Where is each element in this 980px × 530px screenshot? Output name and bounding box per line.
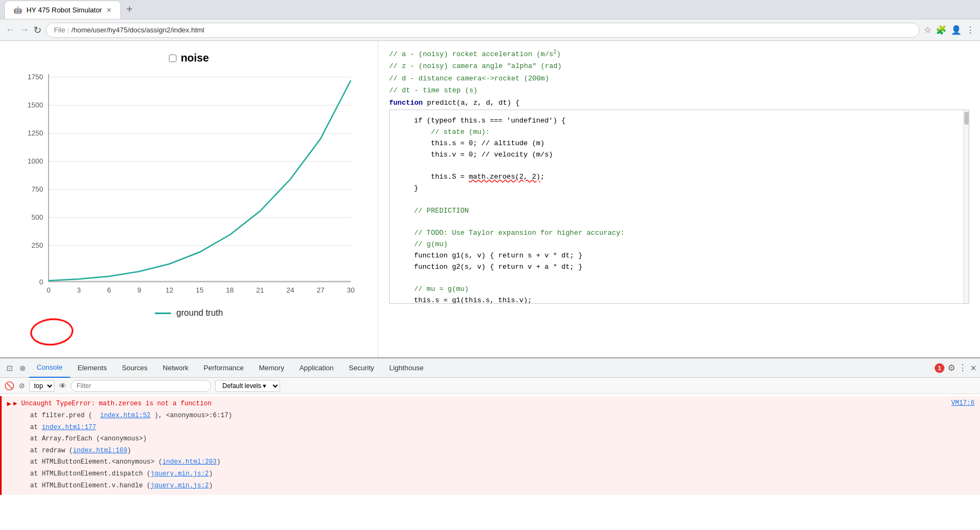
forward-button[interactable]: → — [19, 24, 29, 36]
svg-text:18: 18 — [226, 286, 234, 294]
error-location[interactable]: VM17:6 — [951, 399, 975, 407]
extensions-icon[interactable]: 🧩 — [936, 25, 947, 35]
devtools-right-icons: 1 ⚙ ⋮ ✕ — [935, 363, 977, 373]
tab-close-icon[interactable]: ✕ — [106, 6, 112, 14]
error-badge: 1 — [935, 363, 944, 373]
code-line-6: this.S = math.zeroes(2, 2); — [397, 172, 961, 183]
tab-console[interactable]: Console — [29, 358, 70, 378]
svg-text:250: 250 — [31, 241, 43, 249]
tab-application[interactable]: Application — [292, 358, 342, 378]
devtools-escape-icon[interactable]: ⊗ — [16, 363, 29, 373]
code-line-13: function g1(s, v) { return s + v * dt; } — [397, 250, 961, 262]
code-editor-box[interactable]: if (typeof this.s === 'undefined') { // … — [389, 110, 969, 304]
active-tab[interactable]: 🤖 HY 475 Robot Simulator ✕ — [4, 1, 121, 19]
svg-text:6: 6 — [107, 286, 111, 294]
code-line-11: // TODO: Use Taylor expansion for higher… — [397, 228, 961, 239]
legend-label: ground truth — [176, 308, 223, 318]
stack-link-6[interactable]: jquery.min.js:2 — [151, 482, 209, 490]
back-button[interactable]: ← — [5, 24, 15, 36]
context-select[interactable]: top — [29, 380, 55, 392]
reload-button[interactable]: ↻ — [33, 24, 42, 36]
code-line-17: this.s = g1(this.s, this.v); — [397, 295, 961, 304]
tab-memory[interactable]: Memory — [251, 358, 292, 378]
svg-text:9: 9 — [137, 286, 141, 294]
code-comment-4: // dt - time step (s) — [389, 85, 969, 97]
code-comment-1: // a - (noisy) rocket acceleration (m/s2… — [389, 47, 969, 60]
tab-elements[interactable]: Elements — [70, 358, 114, 378]
close-devtools-icon[interactable]: ✕ — [970, 364, 977, 372]
filter-icon[interactable]: ⊘ — [19, 382, 25, 390]
console-output: ▶ ▶ Uncaught TypeError: math.zeroes is n… — [0, 394, 980, 530]
svg-text:1500: 1500 — [28, 101, 43, 109]
console-toolbar: 🚫 ⊘ top 👁 Default levels ▾ — [0, 378, 980, 394]
devtools-panel: ⊡ ⊗ Console Elements Sources Network Per… — [0, 357, 980, 530]
code-line-9: // PREDICTION — [397, 206, 961, 217]
stack-link-3[interactable]: index.html:169 — [73, 447, 127, 454]
code-line-4: this.v = 0; // velocity (m/s) — [397, 150, 961, 161]
url-path: /home/user/hy475/docs/assign2/index.html — [71, 26, 204, 34]
svg-text:30: 30 — [347, 286, 355, 294]
svg-text:1250: 1250 — [28, 129, 43, 137]
code-line-1: if (typeof this.s === 'undefined') { — [397, 115, 961, 127]
code-line-10 — [397, 217, 961, 228]
code-function-decl: function predict(a, z, d, dt) { — [389, 97, 969, 110]
filter-input[interactable] — [71, 380, 211, 392]
svg-text:15: 15 — [196, 286, 203, 294]
profile-icon[interactable]: 👤 — [951, 25, 962, 35]
svg-text:0: 0 — [46, 286, 50, 294]
code-line-7: } — [397, 183, 961, 194]
stack-link-5[interactable]: jquery.min.js:2 — [151, 470, 209, 478]
clear-icon[interactable]: 🚫 — [4, 381, 15, 391]
stack-link-4[interactable]: index.html:203 — [162, 458, 217, 466]
error-expand-icon[interactable]: ▶ — [7, 399, 11, 408]
stack-line-3: at redraw (index.html:169) — [15, 445, 975, 457]
svg-text:24: 24 — [287, 286, 294, 294]
code-comment-3: // d - distance camera<->rocket (200m) — [389, 73, 969, 85]
tab-sources[interactable]: Sources — [114, 358, 155, 378]
stack-line-5: at HTMLButtonElement.dispatch (jquery.mi… — [15, 468, 975, 480]
svg-text:1000: 1000 — [28, 157, 43, 165]
code-line-12: // g(mu) — [397, 239, 961, 250]
tab-performance[interactable]: Performance — [196, 358, 251, 378]
more-options-icon[interactable]: ⋮ — [958, 363, 967, 373]
address-bar[interactable]: File | /home/user/hy475/docs/assign2/ind… — [46, 23, 920, 38]
new-tab-button[interactable]: + — [121, 1, 138, 18]
settings-icon[interactable]: ⚙ — [948, 363, 955, 373]
legend-line — [155, 312, 171, 314]
code-line-14: function g2(s, v) { return v + a * dt; } — [397, 262, 961, 273]
svg-text:27: 27 — [317, 286, 324, 294]
tab-lighthouse[interactable]: Lighthouse — [382, 358, 431, 378]
stack-line-6: at HTMLButtonElement.v.handle (jquery.mi… — [15, 480, 975, 492]
menu-icon[interactable]: ⋮ — [966, 25, 975, 35]
error-entry: ▶ ▶ Uncaught TypeError: math.zeroes is n… — [0, 396, 980, 495]
tab-security[interactable]: Security — [341, 358, 382, 378]
code-line-2: // state (mu): — [397, 127, 961, 138]
code-line-5 — [397, 161, 961, 172]
code-comment-2: // z - (noisy) camera angle "alpha" (rad… — [389, 60, 969, 72]
tab-network[interactable]: Network — [155, 358, 196, 378]
svg-text:21: 21 — [256, 286, 264, 294]
code-line-15 — [397, 273, 961, 284]
svg-text:1750: 1750 — [28, 73, 43, 81]
scrollbar-thumb[interactable] — [964, 112, 969, 125]
stack-line-1: at index.html:177 — [15, 422, 975, 434]
eye-icon[interactable]: 👁 — [59, 382, 66, 390]
devtools-sidebar-icon[interactable]: ⊡ — [3, 363, 16, 373]
svg-text:3: 3 — [77, 286, 80, 294]
code-area: // a - (noisy) rocket acceleration (m/s2… — [378, 41, 980, 357]
error-main-line: ▶ ▶ Uncaught TypeError: math.zeroes is n… — [7, 399, 975, 408]
svg-text:750: 750 — [31, 185, 43, 193]
bookmark-icon[interactable]: ☆ — [924, 25, 931, 35]
code-line-8 — [397, 194, 961, 206]
levels-select[interactable]: Default levels ▾ — [215, 380, 280, 392]
scrollbar-track[interactable] — [963, 110, 969, 303]
chart-area: noise 1750 1500 1250 1000 750 500 250 0 — [0, 41, 378, 357]
noise-label: noise — [181, 52, 209, 64]
nav-bar: ← → ↻ File | /home/user/hy475/docs/assig… — [0, 19, 980, 41]
stack-line-0: at filter.pred ( index.html:52 ), <anony… — [15, 410, 975, 422]
noise-checkbox[interactable] — [169, 55, 176, 62]
stack-link-0[interactable]: index.html:52 — [100, 412, 151, 419]
stack-link-1[interactable]: index.html:177 — [42, 424, 96, 431]
stack-line-4: at HTMLButtonElement.<anonymous> (index.… — [15, 457, 975, 468]
devtools-tabs-bar: ⊡ ⊗ Console Elements Sources Network Per… — [0, 358, 980, 378]
